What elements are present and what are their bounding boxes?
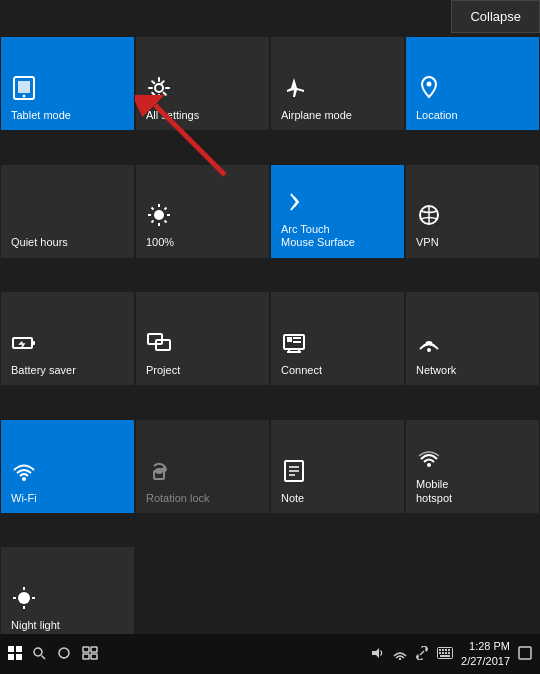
tile-battery-saver-label: Battery saver bbox=[11, 364, 76, 377]
tile-connect[interactable]: Connect bbox=[270, 291, 405, 386]
tile-all-settings-label: All settings bbox=[146, 109, 199, 122]
svg-line-12 bbox=[152, 208, 154, 210]
svg-point-30 bbox=[427, 348, 431, 352]
tile-note-label: Note bbox=[281, 492, 304, 505]
tile-battery-saver[interactable]: Battery saver bbox=[0, 291, 135, 386]
svg-rect-59 bbox=[439, 649, 441, 651]
empty-tile-3 bbox=[405, 546, 540, 641]
tile-wifi-label: Wi-Fi bbox=[11, 492, 37, 505]
svg-rect-19 bbox=[32, 341, 35, 345]
arc-touch-icon bbox=[281, 189, 307, 219]
tile-location[interactable]: Location bbox=[405, 36, 540, 131]
svg-rect-53 bbox=[91, 647, 97, 652]
tile-mobile-hotspot-label: Mobilehotspot bbox=[416, 478, 452, 504]
svg-point-5 bbox=[155, 84, 163, 92]
svg-point-39 bbox=[427, 463, 431, 467]
quick-actions-grid: Tablet mode All settings Airplane mode bbox=[0, 36, 540, 674]
tile-connect-label: Connect bbox=[281, 364, 322, 377]
svg-line-14 bbox=[165, 208, 167, 210]
svg-rect-64 bbox=[442, 652, 444, 654]
svg-rect-3 bbox=[18, 81, 30, 93]
collapse-button[interactable]: Collapse bbox=[451, 0, 540, 33]
svg-point-31 bbox=[22, 477, 26, 481]
empty-tile-1 bbox=[135, 546, 270, 641]
svg-rect-46 bbox=[16, 646, 22, 652]
svg-rect-28 bbox=[293, 337, 301, 339]
taskbar-right: 1:28 PM 2/27/2017 bbox=[371, 639, 532, 670]
task-view-icon[interactable] bbox=[82, 646, 98, 663]
svg-rect-67 bbox=[440, 655, 450, 657]
svg-rect-60 bbox=[442, 649, 444, 651]
tile-rotation-lock-label: Rotation lock bbox=[146, 492, 210, 505]
note-icon bbox=[281, 458, 307, 488]
svg-rect-27 bbox=[287, 337, 292, 342]
svg-line-15 bbox=[152, 221, 154, 223]
svg-point-7 bbox=[154, 210, 164, 220]
svg-point-49 bbox=[34, 648, 42, 656]
tile-airplane-mode-label: Airplane mode bbox=[281, 109, 352, 122]
svg-rect-68 bbox=[519, 647, 531, 659]
svg-line-13 bbox=[165, 221, 167, 223]
clock-time: 1:28 PM bbox=[461, 639, 510, 654]
tile-brightness[interactable]: 100% bbox=[135, 164, 270, 259]
tile-project-label: Project bbox=[146, 364, 180, 377]
tile-arc-touch[interactable]: Arc TouchMouse Surface bbox=[270, 164, 405, 259]
svg-point-57 bbox=[399, 657, 401, 659]
empty-tile-2 bbox=[270, 546, 405, 641]
all-settings-icon bbox=[146, 75, 172, 105]
svg-rect-29 bbox=[293, 341, 301, 343]
vpn-icon bbox=[416, 202, 442, 232]
system-clock[interactable]: 1:28 PM 2/27/2017 bbox=[461, 639, 510, 670]
svg-point-4 bbox=[23, 94, 26, 97]
svg-point-6 bbox=[427, 81, 432, 86]
network-taskbar-icon[interactable] bbox=[393, 646, 407, 663]
tile-night-light[interactable]: Night light bbox=[0, 546, 135, 641]
night-light-icon bbox=[11, 585, 37, 615]
link-taskbar-icon[interactable] bbox=[415, 646, 429, 663]
action-center: Collapse Tablet mode bbox=[0, 0, 540, 674]
tile-tablet-mode-label: Tablet mode bbox=[11, 109, 71, 122]
svg-rect-48 bbox=[16, 654, 22, 660]
airplane-mode-icon bbox=[281, 75, 307, 105]
tile-network-label: Network bbox=[416, 364, 456, 377]
tile-all-settings[interactable]: All settings bbox=[135, 36, 270, 131]
svg-rect-52 bbox=[83, 647, 89, 652]
svg-rect-47 bbox=[8, 654, 14, 660]
volume-taskbar-icon[interactable] bbox=[371, 646, 385, 663]
tablet-mode-icon bbox=[11, 75, 37, 105]
tile-night-light-label: Night light bbox=[11, 619, 60, 632]
tile-network[interactable]: Network bbox=[405, 291, 540, 386]
brightness-icon bbox=[146, 202, 172, 232]
keyboard-taskbar-icon[interactable] bbox=[437, 646, 453, 662]
tile-mobile-hotspot[interactable]: Mobilehotspot bbox=[405, 419, 540, 514]
tile-quiet-hours-label: Quiet hours bbox=[11, 236, 68, 249]
start-button[interactable] bbox=[8, 646, 22, 663]
search-taskbar-icon[interactable] bbox=[32, 646, 46, 663]
tile-project[interactable]: Project bbox=[135, 291, 270, 386]
notification-center-icon[interactable] bbox=[518, 646, 532, 663]
svg-rect-45 bbox=[8, 646, 14, 652]
tile-airplane-mode[interactable]: Airplane mode bbox=[270, 36, 405, 131]
cortana-icon[interactable] bbox=[56, 646, 72, 663]
battery-saver-icon bbox=[11, 330, 37, 360]
tile-note[interactable]: Note bbox=[270, 419, 405, 514]
tile-brightness-label: 100% bbox=[146, 236, 174, 249]
tile-vpn[interactable]: VPN bbox=[405, 164, 540, 259]
project-icon bbox=[146, 330, 172, 360]
tile-location-label: Location bbox=[416, 109, 458, 122]
tile-wifi[interactable]: Wi-Fi bbox=[0, 419, 135, 514]
tile-rotation-lock[interactable]: Rotation lock bbox=[135, 419, 270, 514]
tile-tablet-mode[interactable]: Tablet mode bbox=[0, 36, 135, 131]
rotation-lock-icon bbox=[146, 458, 172, 488]
svg-rect-66 bbox=[448, 652, 450, 654]
network-icon bbox=[416, 330, 442, 360]
svg-rect-65 bbox=[445, 652, 447, 654]
connect-icon bbox=[281, 330, 307, 360]
svg-point-40 bbox=[18, 592, 30, 604]
tile-vpn-label: VPN bbox=[416, 236, 439, 249]
tile-quiet-hours[interactable]: Quiet hours bbox=[0, 164, 135, 259]
wifi-icon bbox=[11, 458, 37, 488]
taskbar-left bbox=[8, 646, 98, 663]
svg-rect-55 bbox=[91, 654, 97, 659]
clock-date: 2/27/2017 bbox=[461, 654, 510, 669]
